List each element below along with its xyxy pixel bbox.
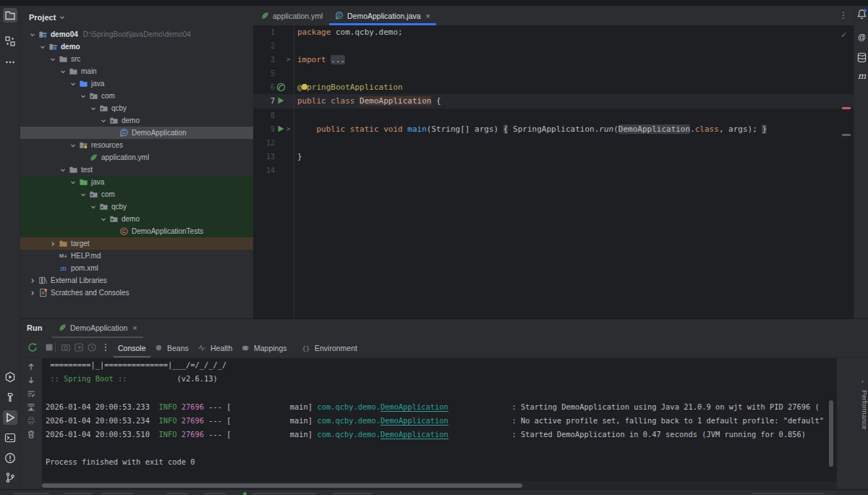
tree-item-com[interactable]: com — [20, 188, 253, 200]
tree-item-qcby[interactable]: qcby — [20, 102, 253, 114]
tool-stripe-project-icon[interactable] — [3, 8, 17, 22]
tool-tab-beans[interactable]: Beans — [154, 338, 189, 358]
code-line-9[interactable]: 9> public static void main(String[] args… — [253, 122, 854, 136]
tool-stripe-ai-assistant-icon[interactable]: @ — [856, 31, 867, 43]
tree-item-external-libraries[interactable]: External Libraries — [20, 274, 253, 287]
attach-icon[interactable] — [73, 342, 85, 353]
run-tab-demoapplication[interactable]: DemoApplication × — [52, 319, 143, 338]
chevron-down-icon[interactable] — [100, 117, 107, 124]
tool-tab-health[interactable]: Health — [197, 338, 232, 358]
run-gutter-icon[interactable] — [276, 96, 286, 106]
tree-item-com[interactable]: com — [20, 90, 253, 102]
code-line-2[interactable]: 2 — [253, 39, 854, 53]
tool-stripe-build-icon[interactable] — [3, 390, 17, 405]
chevron-down-icon[interactable] — [39, 43, 46, 51]
code-line-13[interactable]: 13} — [253, 150, 854, 164]
chevron-right-icon[interactable] — [49, 240, 56, 248]
rerun-icon[interactable] — [27, 342, 38, 353]
tool-stripe-terminal-icon[interactable] — [3, 431, 17, 445]
console-output[interactable]: =========|_|==============|___/=/_/_/_/ … — [42, 358, 837, 482]
tool-stripe-maven-icon[interactable]: m — [856, 70, 867, 82]
chevron-down-icon[interactable] — [80, 191, 87, 198]
code-line-7[interactable]: 7public class DemoApplication { — [253, 94, 854, 108]
tree-item-pom-xml[interactable]: mpom.xml — [20, 262, 253, 274]
chevron-down-icon[interactable] — [100, 216, 107, 223]
tool-stripe-structure-icon[interactable] — [3, 34, 17, 48]
run-gutter-icon[interactable] — [276, 124, 286, 134]
chevron-down-icon[interactable] — [29, 31, 36, 38]
performance-tab[interactable]: Performance — [861, 390, 868, 429]
tool-stripe-notifications-icon[interactable] — [856, 8, 867, 20]
tree-item-java[interactable]: java — [20, 176, 253, 188]
tree-item-demoapplication[interactable]: CDemoApplication — [20, 127, 253, 139]
chevron-down-icon[interactable] — [80, 93, 87, 100]
console-horizontal-scrollbar[interactable] — [42, 483, 522, 488]
tool-stripe-services-icon[interactable] — [3, 370, 17, 384]
dump-icon[interactable] — [86, 342, 98, 353]
chevron-right-icon[interactable] — [29, 289, 36, 297]
code-line-8[interactable]: 8 — [253, 109, 854, 122]
chevron-down-icon[interactable] — [69, 142, 77, 149]
tool-tab-environment[interactable]: {}Environment — [302, 338, 357, 358]
tree-item-src[interactable]: src — [20, 53, 253, 65]
chevron-down-icon[interactable] — [69, 80, 77, 88]
chevron-down-icon[interactable] — [49, 56, 56, 63]
trash-icon[interactable] — [26, 429, 36, 439]
tree-item-demo[interactable]: demo — [20, 213, 253, 225]
tree-item-application-yml[interactable]: application.yml — [20, 151, 253, 164]
tool-tab-mappings[interactable]: Mappings — [241, 338, 287, 358]
tab-application-yml[interactable]: application.yml — [255, 6, 328, 25]
code-area[interactable]: 1package com.qcby.demo;23>import ...56@S… — [253, 25, 854, 177]
tree-item-main[interactable]: main — [20, 65, 253, 77]
tree-item-scratches-and-consoles[interactable]: Scratches and Consoles — [20, 287, 253, 299]
tree-item-demo[interactable]: demo — [20, 41, 253, 53]
arrow-down-icon[interactable] — [26, 375, 36, 385]
close-icon[interactable]: × — [132, 323, 137, 332]
tree-item-qcby[interactable]: qcby — [20, 200, 253, 213]
console-vertical-scrollbar[interactable] — [829, 400, 833, 467]
code-line-14[interactable]: 14 — [253, 164, 854, 177]
tree-item-help-md[interactable]: MHELP.md — [20, 250, 253, 262]
spring-bean-gutter-icon[interactable] — [276, 82, 286, 92]
chevron-icon[interactable]: ‹ — [861, 378, 864, 385]
profiler-icon[interactable] — [60, 342, 72, 353]
arrow-up-icon[interactable] — [26, 362, 36, 372]
fold-arrow-icon[interactable]: > — [286, 122, 290, 136]
fold-arrow-icon[interactable]: > — [286, 53, 290, 67]
print-icon[interactable] — [26, 415, 36, 426]
chevron-down-icon[interactable] — [59, 68, 67, 75]
tree-item-demo04[interactable]: demo04D:\SpringBoot\javaDemo\demo04 — [20, 28, 253, 41]
close-icon[interactable]: × — [426, 12, 430, 20]
tool-stripe-more-icon[interactable] — [3, 55, 17, 69]
chevron-right-icon[interactable] — [29, 277, 36, 284]
code-line-3[interactable]: 3>import ... — [253, 53, 854, 67]
tool-stripe-run-icon[interactable] — [3, 410, 17, 425]
chevron-down-icon[interactable] — [59, 14, 65, 20]
code-line-6[interactable]: 6@SpringBootApplication — [253, 80, 854, 94]
tree-item-resources[interactable]: resources — [20, 139, 253, 151]
code-line-1[interactable]: 1package com.qcby.demo; — [253, 25, 854, 39]
inspections-ok-icon[interactable]: ✓ — [841, 30, 847, 40]
tool-stripe-version-control-icon[interactable] — [3, 470, 17, 485]
chevron-down-icon[interactable] — [69, 179, 77, 186]
editor-options-kebab-icon[interactable]: ⋮ — [839, 10, 848, 20]
tool-tab-console[interactable]: Console — [118, 338, 146, 358]
tree-item-target[interactable]: target — [20, 237, 253, 250]
tree-item-java[interactable]: java — [20, 77, 253, 90]
code-line-12[interactable]: 12 — [253, 136, 854, 150]
kebab-icon[interactable] — [100, 342, 111, 353]
tree-item-test[interactable]: test — [20, 164, 253, 176]
tool-stripe-database-icon[interactable] — [856, 51, 867, 63]
project-panel-title[interactable]: Project — [29, 13, 56, 22]
stop-icon[interactable] — [43, 342, 55, 353]
tool-stripe-problems-icon[interactable] — [3, 451, 17, 465]
chevron-down-icon[interactable] — [90, 203, 97, 211]
code-line-5[interactable]: 5 — [253, 67, 854, 80]
chevron-down-icon[interactable] — [59, 166, 67, 174]
scroll-end-icon[interactable] — [26, 402, 36, 412]
soft-wrap-icon[interactable] — [26, 389, 36, 399]
tree-item-demoapplicationtests[interactable]: CDemoApplicationTests — [20, 225, 253, 237]
tab-demoapplication-java[interactable]: C DemoApplication.java × — [329, 6, 436, 25]
tree-item-demo[interactable]: demo — [20, 114, 253, 127]
chevron-down-icon[interactable] — [90, 105, 97, 112]
